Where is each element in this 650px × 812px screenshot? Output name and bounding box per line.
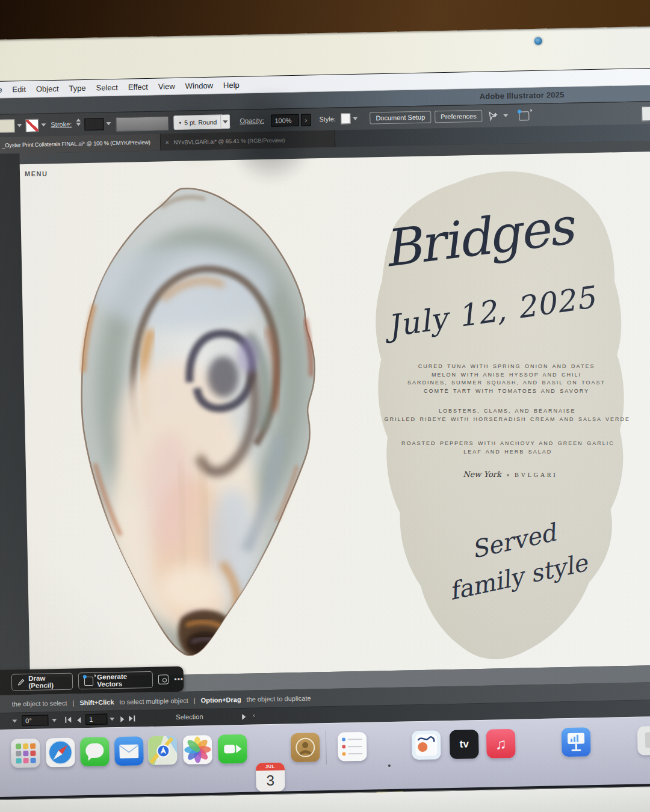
- app-title: Adobe Illustrator 2025: [479, 90, 564, 101]
- laptop: r File Edit Object Type Select Effect Vi…: [0, 26, 650, 812]
- dock-maps-icon[interactable]: [148, 736, 178, 765]
- style-swatch[interactable]: [341, 113, 350, 124]
- dock-calendar-icon[interactable]: JUL 3: [256, 763, 285, 792]
- status-chevron-icon[interactable]: [12, 719, 17, 722]
- artboard-number-field[interactable]: 1: [85, 713, 107, 725]
- contextual-task-bar: Draw (Pencil) Generate Vectors •••: [0, 666, 184, 696]
- generate-vectors-icon: [84, 676, 93, 685]
- calendar-day: 3: [256, 770, 285, 791]
- stroke-weight-stepper[interactable]: [76, 118, 81, 126]
- last-artboard-icon[interactable]: [129, 715, 135, 721]
- document-setup-button[interactable]: Document Setup: [370, 111, 431, 124]
- dock-appletv-icon[interactable]: tv: [450, 730, 479, 759]
- opacity-label[interactable]: Opacity:: [240, 117, 264, 125]
- stroke-chevron-down-icon[interactable]: [41, 123, 46, 126]
- menu-window[interactable]: Window: [185, 81, 214, 91]
- preset-dot-icon: •: [179, 119, 181, 126]
- dock-divider: [326, 731, 327, 764]
- stroke-weight-field[interactable]: [84, 118, 104, 131]
- style-chevron-icon[interactable]: [353, 117, 358, 120]
- pencil-icon: [17, 678, 25, 686]
- preferences-button[interactable]: Preferences: [435, 110, 483, 123]
- screen: r File Edit Object Type Select Effect Vi…: [0, 68, 650, 799]
- task-bar-more-button[interactable]: •••: [174, 675, 184, 683]
- calendar-month: JUL: [256, 763, 285, 771]
- dock-partial-icon[interactable]: [637, 726, 650, 755]
- opacity-field[interactable]: 100%: [271, 114, 299, 127]
- prev-artboard-icon[interactable]: [77, 717, 81, 723]
- card-brand-line: New York × BVLGARI: [358, 469, 650, 479]
- dock-launchpad-icon[interactable]: [11, 739, 40, 768]
- card-course-block-3: ROASTED PEPPERS WITH ANCHOVY AND GREEN G…: [356, 440, 650, 456]
- dock-mail-icon[interactable]: [114, 736, 144, 766]
- tab-label: NYxBVLGARI.ai* @ 85.41 % (RGB/Preview): [173, 137, 285, 146]
- dock-contacts-icon[interactable]: [291, 733, 320, 762]
- right-panel-sliver: [642, 106, 650, 121]
- tab-label: _Oyster Print Collaterals FINAL.ai* @ 10…: [2, 140, 150, 149]
- generate-vectors-button[interactable]: Generate Vectors: [78, 671, 153, 689]
- oyster-illustration: [34, 176, 332, 669]
- task-bar-panel-icon[interactable]: [158, 674, 169, 684]
- brush-preset-chevron[interactable]: [220, 114, 230, 129]
- fill-color-swatch[interactable]: [0, 119, 15, 133]
- notes-running-indicator: [388, 764, 391, 767]
- draw-pencil-button[interactable]: Draw (Pencil): [11, 673, 73, 691]
- webcam: [534, 37, 542, 45]
- selection-tool-options-icon[interactable]: [488, 111, 498, 121]
- generative-expand-icon[interactable]: [519, 111, 529, 120]
- rotation-field[interactable]: 0°: [22, 715, 48, 726]
- artboard[interactable]: MENU: [20, 151, 650, 678]
- stroke-label[interactable]: Stroke:: [51, 120, 72, 128]
- selection-options-chevron-icon[interactable]: [503, 114, 508, 117]
- dock-reminders-icon[interactable]: [338, 732, 367, 761]
- style-label: Style:: [319, 115, 336, 123]
- brush-preset-dropdown[interactable]: • 5 pt. Round: [173, 114, 222, 130]
- canvas[interactable]: MENU: [0, 140, 650, 695]
- current-tool-label: Selection: [176, 713, 203, 721]
- card-course-block-1: CURED TUNA WITH SPRING ONION AND DATES M…: [354, 363, 650, 395]
- fill-chevron-down-icon[interactable]: [17, 124, 22, 127]
- menu-view[interactable]: View: [158, 82, 175, 91]
- stroke-none-swatch[interactable]: [25, 118, 39, 132]
- brand-newyork: New York: [463, 470, 501, 479]
- dock-messages-icon[interactable]: [80, 737, 110, 766]
- status-play-icon[interactable]: [242, 714, 246, 720]
- next-artboard-icon[interactable]: [120, 716, 124, 722]
- dock-keynote-icon[interactable]: [562, 727, 591, 757]
- rotation-chevron-icon[interactable]: [52, 719, 57, 722]
- first-artboard-icon[interactable]: [65, 717, 71, 723]
- stroke-weight-chevron-icon[interactable]: [106, 122, 111, 125]
- menu-help[interactable]: Help: [223, 81, 240, 90]
- brand-separator: ×: [506, 472, 509, 478]
- tab-close-icon[interactable]: ×: [166, 139, 169, 146]
- menu-card: Bridges July 12, 2025 CURED TUNA WITH SP…: [332, 161, 646, 669]
- dock-photos-icon[interactable]: [183, 735, 212, 764]
- artboard-number-chevron-icon[interactable]: [110, 718, 114, 721]
- menu-file[interactable]: File: [0, 85, 2, 94]
- brush-preset-value: 5 pt. Round: [184, 118, 217, 126]
- photo-background: r File Edit Object Type Select Effect Vi…: [0, 0, 650, 812]
- artboard-menu-label: MENU: [25, 170, 48, 177]
- opacity-more-button[interactable]: ›: [301, 114, 311, 126]
- dock-safari-icon[interactable]: [46, 738, 75, 767]
- dock-freeform-icon[interactable]: [412, 730, 441, 760]
- menu-effect[interactable]: Effect: [128, 82, 148, 92]
- menu-edit[interactable]: Edit: [12, 85, 26, 94]
- menu-object[interactable]: Object: [36, 84, 59, 94]
- menu-select[interactable]: Select: [96, 83, 118, 93]
- width-profile-dropdown[interactable]: [116, 116, 169, 132]
- card-course-block-2: LOBSTERS, CLAMS, AND BÉARNAISE GRILLED R…: [355, 407, 650, 423]
- brand-bvlgari: BVLGARI: [515, 472, 557, 478]
- dock-music-icon[interactable]: ♫: [486, 729, 516, 758]
- dock-facetime-icon[interactable]: [218, 734, 247, 764]
- status-angle-icon[interactable]: ‹: [253, 711, 255, 718]
- menu-type[interactable]: Type: [69, 84, 85, 93]
